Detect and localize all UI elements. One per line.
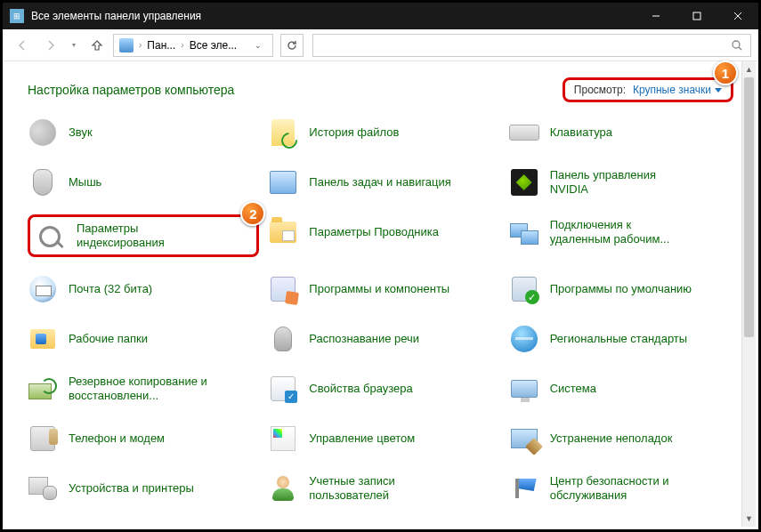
maximize-button[interactable] <box>676 3 717 29</box>
window: ⊞ Все элементы панели управления ▾ › Пан… <box>0 0 761 532</box>
breadcrumb-icon <box>119 38 134 52</box>
work-folders-icon <box>28 324 58 354</box>
user-icon <box>268 473 298 504</box>
breadcrumb[interactable]: › Пан... › Все эле... ⌄ <box>113 34 273 57</box>
item-phone-modem[interactable]: Телефон и модем <box>28 421 259 456</box>
titlebar: ⊞ Все элементы панели управления <box>3 3 758 29</box>
taskbar-icon <box>268 167 298 197</box>
forward-button[interactable] <box>38 33 63 58</box>
item-speech[interactable]: Распознавание речи <box>268 321 499 357</box>
item-color-management[interactable]: Управление цветом <box>268 421 499 456</box>
item-label: Почта (32 бита) <box>69 282 152 296</box>
item-user-accounts[interactable]: Учетные записи пользователей <box>268 471 499 506</box>
breadcrumb-dropdown[interactable]: ⌄ <box>249 41 267 50</box>
item-label: Центр безопасности и обслуживания <box>550 474 692 504</box>
item-sound[interactable]: Звук <box>28 115 259 150</box>
scroll-up-button[interactable]: ▲ <box>742 61 756 77</box>
item-devices-printers[interactable]: Устройства и принтеры <box>28 471 259 506</box>
view-label: Просмотр: <box>574 84 626 96</box>
item-label: Распознавание речи <box>309 332 419 346</box>
item-label: Свойства браузера <box>309 382 412 396</box>
up-button[interactable] <box>85 33 109 58</box>
chevron-right-icon: › <box>181 40 183 50</box>
control-panel-icon: ⊞ <box>10 9 24 23</box>
window-controls <box>636 3 758 29</box>
page-title: Настройка параметров компьютера <box>28 83 234 97</box>
window-title: Все элементы панели управления <box>31 10 636 22</box>
mouse-icon <box>28 167 58 197</box>
recent-dropdown[interactable]: ▾ <box>67 33 81 58</box>
item-nvidia[interactable]: Панель управления NVIDIA <box>509 165 741 200</box>
browser-icon <box>268 374 298 404</box>
item-programs-features[interactable]: Программы и компоненты <box>268 271 499 307</box>
breadcrumb-seg2[interactable]: Все эле... <box>190 39 238 52</box>
callout-1: 1 <box>713 60 738 85</box>
scroll-track[interactable] <box>742 77 756 511</box>
item-indexing-highlight[interactable]: Параметры индексирования 2 <box>28 214 259 257</box>
item-label: Учетные записи пользователей <box>309 474 451 504</box>
svg-rect-1 <box>693 12 700 20</box>
item-label: Программы по умолчанию <box>550 282 692 296</box>
file-history-icon <box>268 117 298 148</box>
svg-point-4 <box>733 41 740 48</box>
item-mouse[interactable]: Мышь <box>28 165 259 200</box>
item-region[interactable]: Региональные стандарты <box>509 321 741 357</box>
view-value: Крупные значки <box>633 84 711 96</box>
item-keyboard[interactable]: Клавиатура <box>509 115 741 150</box>
item-label: Региональные стандарты <box>550 332 687 346</box>
item-label: Устройства и принтеры <box>69 481 194 496</box>
keyboard-icon <box>509 117 539 148</box>
devices-icon <box>28 473 58 504</box>
item-mail[interactable]: Почта (32 бита) <box>28 271 259 307</box>
item-troubleshooting[interactable]: Устранение неполадок <box>509 421 741 456</box>
sound-icon <box>28 117 58 148</box>
view-dropdown[interactable]: Крупные значки <box>633 84 722 96</box>
item-security-maintenance[interactable]: Центр безопасности и обслуживания <box>509 471 741 506</box>
close-button[interactable] <box>717 3 758 29</box>
item-label: Клавиатура <box>550 125 612 140</box>
item-label: Мышь <box>69 175 101 189</box>
item-label: Рабочие папки <box>69 332 148 346</box>
minimize-button[interactable] <box>636 3 676 29</box>
item-taskbar[interactable]: Панель задач и навигация <box>268 165 499 200</box>
remote-desktop-icon <box>509 217 539 247</box>
search-input[interactable] <box>312 34 751 57</box>
item-label: Звук <box>69 125 93 140</box>
scroll-thumb[interactable] <box>744 77 754 337</box>
flag-icon <box>509 473 539 504</box>
item-label: Программы и компоненты <box>309 282 449 296</box>
item-label: Панель управления NVIDIA <box>550 168 692 197</box>
folder-options-icon <box>268 217 298 247</box>
search-icon <box>731 39 743 52</box>
item-work-folders[interactable]: Рабочие папки <box>28 321 259 357</box>
item-label: Система <box>550 382 596 396</box>
phone-icon <box>28 423 58 454</box>
backup-icon <box>28 374 58 404</box>
item-remote-desktop[interactable]: Подключения к удаленным рабочим... <box>509 214 741 250</box>
item-backup[interactable]: Резервное копирование и восстановлени... <box>28 371 259 407</box>
item-file-history[interactable]: История файлов <box>268 115 499 150</box>
microphone-icon <box>268 324 298 354</box>
globe-icon <box>509 324 539 354</box>
back-button[interactable] <box>10 33 35 58</box>
item-label: Параметры Проводника <box>309 225 439 239</box>
item-label: Телефон и модем <box>69 431 165 446</box>
callout-2: 2 <box>240 201 265 226</box>
vertical-scrollbar[interactable]: ▲ ▼ <box>741 61 756 527</box>
svg-line-5 <box>739 47 741 50</box>
item-explorer-options[interactable]: Параметры Проводника <box>268 214 499 250</box>
items-grid: Звук История файлов Клавиатура Мышь Пане… <box>3 111 758 506</box>
item-system[interactable]: Система <box>509 371 741 407</box>
item-label: Управление цветом <box>309 431 415 446</box>
item-label: Панель задач и навигация <box>309 175 451 189</box>
item-label: Резервное копирование и восстановлени... <box>69 375 211 404</box>
item-label: Параметры индексирования <box>77 222 219 251</box>
header-row: Настройка параметров компьютера Просмотр… <box>3 61 758 111</box>
item-default-programs[interactable]: Программы по умолчанию <box>509 271 741 307</box>
view-selector-highlight: Просмотр: Крупные значки 1 <box>563 77 733 102</box>
breadcrumb-seg1[interactable]: Пан... <box>147 39 175 52</box>
chevron-right-icon: › <box>139 40 142 50</box>
item-internet-options[interactable]: Свойства браузера <box>268 371 499 407</box>
scroll-down-button[interactable]: ▼ <box>742 511 756 527</box>
refresh-button[interactable] <box>280 34 304 57</box>
